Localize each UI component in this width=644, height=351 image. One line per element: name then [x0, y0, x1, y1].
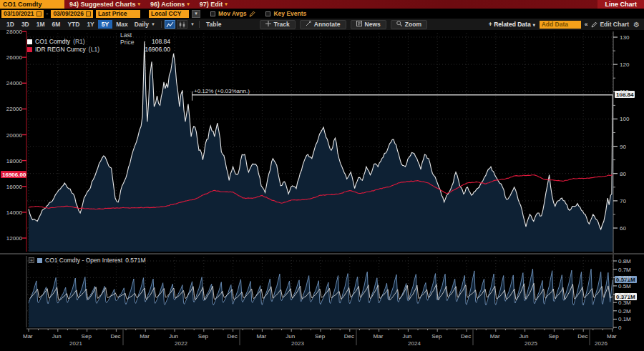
chart-canvas[interactable]	[0, 0, 644, 351]
oi-line	[29, 269, 613, 305]
panel-divider-handle[interactable]	[0, 253, 644, 254]
oi-overlay-line	[30, 283, 613, 300]
bloomberg-gp-chart-window: CO1 Comdty 94) Suggested Charts ▾ 96) Ac…	[0, 0, 644, 351]
